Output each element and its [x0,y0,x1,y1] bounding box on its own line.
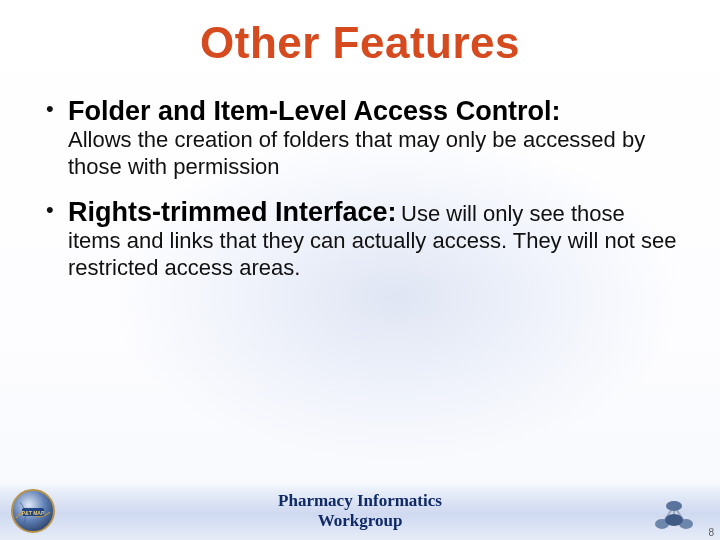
footer-line-1: Pharmacy Informatics [0,491,720,511]
nodes-logo-icon [654,500,694,534]
svg-point-7 [666,501,682,511]
bullet-body-0: Allows the creation of folders that may … [68,127,680,181]
bullet-heading-1: Rights-trimmed Interface: [68,197,397,227]
page-number: 8 [708,527,714,538]
footer-bar: P&T MAP Pharmacy Informatics Workgroup 8 [0,482,720,540]
svg-point-10 [665,514,683,526]
slide-content: Folder and Item-Level Access Control: Al… [40,96,680,281]
slide: Other Features Folder and Item-Level Acc… [0,0,720,540]
footer-text: Pharmacy Informatics Workgroup [0,491,720,530]
bullet-list: Folder and Item-Level Access Control: Al… [40,96,680,281]
bullet-item-1: Rights-trimmed Interface: Use will only … [40,197,680,282]
bullet-item-0: Folder and Item-Level Access Control: Al… [40,96,680,181]
bullet-heading-0: Folder and Item-Level Access Control: [68,96,561,126]
footer-line-2: Workgroup [0,511,720,531]
slide-title: Other Features [0,0,720,68]
